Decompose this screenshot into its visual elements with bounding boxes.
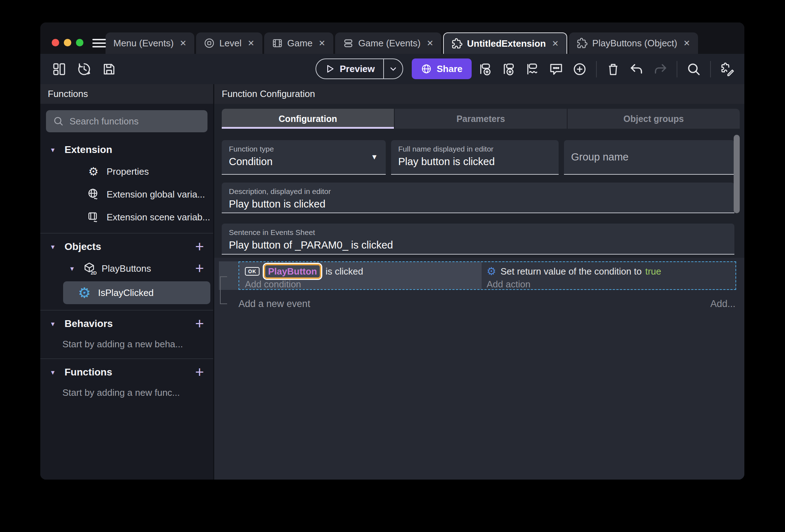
functions-empty-hint: Start by adding a new func... [40,383,213,403]
hamburger-icon[interactable] [92,39,106,47]
tab-parameters[interactable]: Parameters [394,109,567,129]
puzzle-icon [452,38,462,49]
close-icon[interactable]: ✕ [248,39,255,48]
events-sheet: OK PlayButton is clicked Add condition ⚙… [214,258,744,480]
tab-label: Game (Events) [358,38,421,49]
toolbar-divider [710,61,711,77]
sidebar-item-global-variables[interactable]: Extension global varia... [40,183,213,206]
edit-extension-icon[interactable] [720,62,734,76]
close-window-button[interactable] [52,39,59,46]
share-button[interactable]: Share [412,58,472,79]
add-subevent-icon[interactable] [502,62,516,76]
chevron-down-icon: ▾ [51,145,59,154]
section-header-objects[interactable]: ▾ Objects + [40,236,213,257]
preview-label: Preview [340,63,375,75]
puzzle-icon [577,38,588,48]
tab-object-groups[interactable]: Object groups [567,109,740,129]
tab-configuration[interactable]: Configuration [222,109,394,129]
selected-event: OK PlayButton is clicked Add condition ⚙… [238,261,736,290]
dropdown-arrow-icon: ▼ [371,153,378,161]
add-other-events-icon[interactable] [525,62,540,76]
group-name-input[interactable] [571,151,727,163]
full-name-field[interactable]: Full name displayed in editor Play butto… [391,140,559,175]
scene-variables-icon [87,210,100,224]
function-type-select[interactable]: Function type Condition ▼ [222,140,386,175]
minimize-window-button[interactable] [64,39,71,46]
preview-dropdown-button[interactable] [383,59,402,78]
tab-strip: Menu (Events) ✕ Level ✕ Game ✕ [106,32,698,54]
tab-label: Game [287,38,313,49]
group-name-field[interactable] [564,140,734,175]
toolbar-divider [596,61,597,77]
section-functions: ▾ Functions + Start by adding a new func… [40,358,213,407]
object-chip-playbutton[interactable]: PlayButton [264,264,321,279]
trash-icon[interactable] [606,62,620,76]
function-question-icon: ⚙ ? [78,286,92,300]
tab-menu-events[interactable]: Menu (Events) ✕ [106,32,194,54]
sidebar-item-scene-variables[interactable]: Extension scene variab... [40,206,213,229]
gear-icon: ⚙ [87,165,100,178]
close-icon[interactable]: ✕ [683,39,690,48]
configuration-fields: Function type Condition ▼ Full name disp… [222,140,734,255]
add-event-row: Add a new event Add... [219,298,735,310]
chevron-down-icon: ▾ [51,368,59,377]
traffic-lights [52,39,83,46]
gear-action-icon: ⚙ [487,266,496,277]
circle-plus-icon[interactable] [573,62,587,76]
redo-icon[interactable] [653,62,667,76]
preview-button[interactable]: Preview [316,59,383,78]
sidebar-item-properties[interactable]: ⚙ Properties [40,160,213,183]
magnifier-icon [53,116,64,127]
tab-level[interactable]: Level ✕ [196,32,262,54]
close-icon[interactable]: ✕ [427,39,433,48]
play-icon [325,64,335,74]
undo-icon[interactable] [630,62,644,76]
tab-game-events[interactable]: Game (Events) ✕ [335,32,441,54]
chevron-down-icon: ▾ [70,264,78,273]
add-more-link[interactable]: Add... [710,298,735,310]
tab-game[interactable]: Game ✕ [264,32,333,54]
scrollbar-thumb[interactable] [734,135,740,213]
app-window: Menu (Events) ✕ Level ✕ Game ✕ [40,22,744,480]
event-row[interactable]: OK PlayButton is clicked Add condition ⚙… [219,261,736,290]
function-configuration-panel: Function Configuration Configuration Par… [214,84,744,480]
sidebar-item-playbuttons[interactable]: ▾ 2D PlayButtons + [40,257,213,280]
cube-2d-icon: 2D [83,262,97,275]
globe-variables-icon [87,188,100,201]
close-icon[interactable]: ✕ [180,39,186,48]
condition-return-value[interactable]: true [645,266,661,277]
zoom-window-button[interactable] [76,39,83,46]
tab-playbuttons-object[interactable]: PlayButtons (Object) ✕ [569,32,698,54]
add-behavior-button[interactable]: + [195,316,204,331]
toolbar-divider [677,61,677,77]
add-new-event-link[interactable]: Add a new event [238,298,710,310]
add-object-button[interactable]: + [195,239,204,254]
add-action-link[interactable]: Add action [487,279,735,290]
comment-icon[interactable] [549,62,563,76]
search-icon[interactable] [687,62,701,76]
chevron-down-icon [389,64,398,73]
section-behaviors: ▾ Behaviors + Start by adding a new beha… [40,310,213,358]
close-icon[interactable]: ✕ [319,39,325,48]
sentence-field[interactable]: Sentence in Events Sheet Play button of … [222,224,734,255]
search-input[interactable] [70,116,200,127]
close-icon[interactable]: ✕ [552,39,559,48]
section-header-behaviors[interactable]: ▾ Behaviors + [40,313,213,334]
add-function-button[interactable]: + [195,365,204,380]
description-field[interactable]: Description, displayed in editor Play bu… [222,183,734,213]
tab-untitled-extension[interactable]: UntitledExtension ✕ [443,32,567,54]
toolbar: Preview Share [40,54,744,84]
functions-sidebar: Functions ▾ Extension ⚙ Properties [40,84,214,480]
section-header-extension[interactable]: ▾ Extension [40,139,213,160]
history-icon[interactable] [77,62,91,76]
sidebar-item-isplayclicked-selected[interactable]: ⚙ ? IsPlayClicked [63,281,210,304]
add-condition-link[interactable]: Add condition [245,279,482,290]
add-event-icon[interactable] [478,62,493,76]
event-bracket [220,276,227,304]
section-header-functions[interactable]: ▾ Functions + [40,362,213,383]
project-manager-icon[interactable] [52,62,66,76]
section-objects: ▾ Objects + ▾ 2D PlayButtons + ⚙ ? [40,233,213,310]
add-object-function-button[interactable]: + [195,261,204,276]
search-box [46,110,207,132]
save-icon[interactable] [102,62,116,76]
